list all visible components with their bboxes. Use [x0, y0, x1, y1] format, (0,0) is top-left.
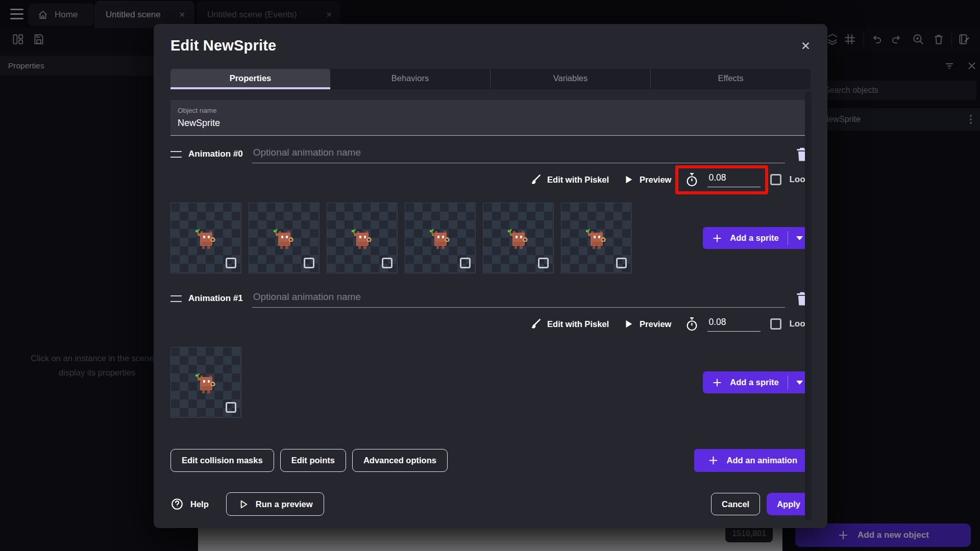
tab-variables[interactable]: Variables: [490, 69, 650, 89]
brush-icon: [529, 173, 542, 186]
tab-properties[interactable]: Properties: [170, 69, 330, 89]
tab-behaviors[interactable]: Behaviors: [330, 69, 490, 89]
sprite-frame[interactable]: [249, 203, 320, 273]
sprite-frame[interactable]: [483, 203, 554, 273]
brush-icon: [529, 318, 542, 330]
dialog-tabs: Properties Behaviors Variables Effects: [170, 69, 811, 89]
edit-points-button[interactable]: Edit points: [280, 449, 346, 472]
animation-name-input[interactable]: [252, 289, 785, 308]
time-between-frames-field: [675, 310, 768, 339]
dialog-title: Edit NewSprite: [170, 37, 276, 54]
frame-checkbox[interactable]: [460, 258, 471, 268]
plus-icon: [707, 455, 719, 466]
frame-checkbox[interactable]: [538, 258, 549, 268]
pig-sprite: [348, 224, 377, 252]
frame-checkbox[interactable]: [382, 258, 393, 268]
add-sprite-button[interactable]: Add a sprite: [703, 371, 811, 393]
animation-name-input[interactable]: [252, 145, 785, 163]
pig-sprite: [270, 224, 299, 252]
play-outline-icon: [237, 498, 249, 510]
dialog-scrollbar[interactable]: [805, 91, 812, 521]
play-icon: [623, 318, 634, 330]
run-preview-button[interactable]: Run a preview: [226, 492, 324, 516]
animation-section-1: Animation #1 Edit with Piskel: [170, 289, 811, 418]
plus-icon: [712, 377, 723, 388]
edit-with-piskel-button[interactable]: Edit with Piskel: [529, 173, 609, 186]
edit-collision-masks-button[interactable]: Edit collision masks: [170, 449, 274, 472]
sprite-frame[interactable]: [170, 347, 241, 418]
apply-button[interactable]: Apply: [767, 493, 811, 515]
frame-checkbox[interactable]: [226, 402, 236, 413]
add-animation-button[interactable]: Add an animation: [694, 449, 811, 472]
tab-effects[interactable]: Effects: [650, 69, 811, 89]
object-name-field[interactable]: Object name: [170, 100, 811, 136]
frame-checkbox[interactable]: [304, 258, 314, 268]
help-icon: [170, 497, 184, 511]
sprite-frame[interactable]: [327, 203, 398, 273]
frames-list: [170, 203, 703, 273]
time-between-frames-input[interactable]: [707, 317, 761, 332]
drag-handle-icon[interactable]: [170, 151, 182, 158]
pig-sprite: [191, 369, 221, 396]
sprite-frame[interactable]: [561, 203, 632, 273]
animation-label: Animation #0: [188, 149, 243, 159]
edit-object-dialog: Edit NewSprite ✕ Properties Behaviors Va…: [154, 24, 827, 528]
app-screen: Home Untitled scene ✕ Untitled scene (Ev…: [0, 0, 980, 551]
sprite-frame[interactable]: [405, 203, 476, 273]
preview-button[interactable]: Preview: [623, 318, 671, 330]
chevron-down-icon: [796, 236, 803, 240]
advanced-options-button[interactable]: Advanced options: [352, 449, 448, 472]
animation-label: Animation #1: [188, 293, 243, 304]
frames-list: [170, 347, 703, 418]
drag-handle-icon[interactable]: [170, 295, 182, 302]
loop-checkbox[interactable]: [770, 318, 781, 330]
loop-checkbox[interactable]: [770, 174, 781, 185]
pig-sprite: [582, 224, 611, 252]
play-icon: [623, 174, 634, 185]
preview-button[interactable]: Preview: [623, 174, 671, 185]
time-between-frames-field-highlighted: [675, 165, 768, 194]
time-between-frames-input[interactable]: [707, 172, 761, 187]
animation-section-0: Animation #0 Edit with Piskel: [170, 144, 811, 273]
help-button[interactable]: Help: [170, 497, 209, 511]
frame-checkbox[interactable]: [616, 258, 627, 268]
object-name-input[interactable]: [178, 118, 803, 129]
plus-icon: [712, 233, 723, 244]
edit-with-piskel-button[interactable]: Edit with Piskel: [529, 318, 609, 330]
cancel-button[interactable]: Cancel: [711, 493, 760, 515]
timer-icon: [685, 317, 699, 332]
dialog-close-icon[interactable]: ✕: [801, 40, 811, 52]
pig-sprite: [504, 224, 533, 252]
pig-sprite: [191, 224, 221, 252]
timer-icon: [685, 172, 699, 187]
chevron-down-icon: [796, 381, 803, 385]
pig-sprite: [426, 224, 455, 252]
frame-checkbox[interactable]: [226, 258, 236, 268]
sprite-frame[interactable]: [170, 203, 241, 273]
add-sprite-button[interactable]: Add a sprite: [703, 227, 811, 249]
object-name-field-label: Object name: [178, 107, 217, 114]
